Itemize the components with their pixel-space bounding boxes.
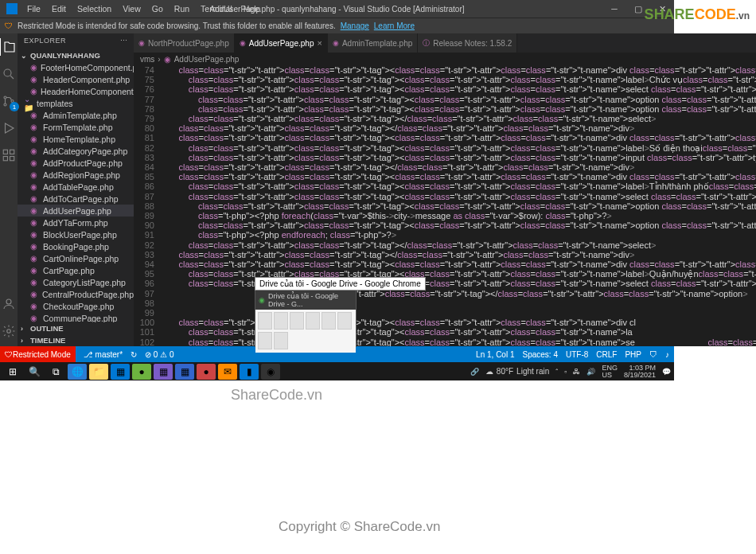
explorer-icon[interactable] [0,38,17,56]
file-item[interactable]: ◉FooterHomeComponent.php [18,61,134,73]
start-button[interactable]: ⊞ [3,364,22,380]
status-item[interactable]: Spaces: 4 [522,350,557,359]
tray-chevron-icon[interactable]: ˆ [555,368,558,376]
notification-icon[interactable]: 💬 [662,368,671,376]
close-tab-icon[interactable]: × [317,38,321,48]
file-name: templates [37,99,73,108]
outline-section[interactable]: › OUTLINE [18,322,134,334]
file-item[interactable]: ◉HeaderComponent.php [18,73,134,85]
svg-point-9 [6,299,11,304]
file-name: CartPage.php [43,266,95,275]
watermark-mid: ShareCode.vn [231,387,322,404]
file-item[interactable]: ◉BlockUserPage.php [18,228,134,240]
file-item[interactable]: ◉CommunePage.php [18,312,134,322]
app-icon[interactable]: ● [197,364,216,380]
file-item[interactable]: ◉AdminTemplate.php [18,109,134,121]
restricted-mode-badge[interactable]: 🛡 Restricted Mode [0,346,76,362]
source-control-icon[interactable]: 1 [0,92,18,110]
file-item[interactable]: ◉CentralProductPage.php [18,288,134,300]
editor-tab[interactable]: ⓘRelease Notes: 1.58.2 [418,33,517,53]
sync-button[interactable]: ↻ [131,350,137,359]
edge-icon[interactable]: 🌐 [68,364,87,380]
file-item[interactable]: ◉AddRegionPage.php [18,169,134,181]
volume-icon[interactable]: 🔊 [586,368,595,376]
file-item[interactable]: ◉CategoryListPage.php [18,276,134,288]
editor-tab[interactable]: ◉AddUserPage.php× [235,33,328,53]
app-icon[interactable]: ▦ [175,364,194,380]
file-item[interactable]: ◉AddYTaForm.php [18,217,134,228]
folder-item[interactable]: ⌄ 📁templates [18,97,134,109]
menu-run[interactable]: Run [170,2,194,15]
menu-selection[interactable]: Selection [72,2,116,15]
task-view-button[interactable]: ⧉ [46,364,65,380]
explorer-icon[interactable]: 📁 [89,364,108,380]
project-section[interactable]: ⌄ QUANLYNHAHANG [18,49,134,61]
status-item[interactable]: ♪ [665,350,669,359]
run-debug-icon[interactable] [0,119,18,137]
settings-icon[interactable] [0,322,18,340]
menu-view[interactable]: View [118,2,146,15]
minimize-button[interactable]: ─ [602,0,626,18]
project-name: QUANLYNHAHANG [30,51,100,60]
file-item[interactable]: ◉AddUserPage.php [18,205,134,217]
breadcrumb-item[interactable]: AddUserPage.php [174,55,240,64]
account-icon[interactable] [0,295,18,313]
app-icon[interactable]: ✉ [218,364,237,380]
editor-tab[interactable]: ◉AdminTemplate.php [328,33,418,53]
code-editor-main[interactable]: 74 75 76 77 78 79 80 81 82 83 84 85 86 8… [134,65,756,346]
language-indicator[interactable]: ENGUS [602,365,618,379]
timeline-section[interactable]: › TIMELINE [18,334,134,346]
file-item[interactable]: ◉AddCategoryPage.php [18,145,134,157]
app-icon[interactable]: ● [132,364,151,380]
clock[interactable]: 1:03 PM8/19/2021 [624,365,656,379]
status-item[interactable]: PHP [625,350,641,359]
file-item[interactable]: ◉CartPage.php [18,264,134,276]
editor-tab[interactable]: ◉NorthProductPage.php [134,33,235,53]
manage-link[interactable]: Manage [341,21,369,30]
php-file-icon: ◉ [30,170,40,179]
file-item[interactable]: ◉AddToCartPage.php [18,193,134,205]
php-file-icon: ◉ [30,63,37,72]
editor-group-main: ◉NorthProductPage.php◉AddUserPage.php×◉A… [134,33,756,346]
status-item[interactable]: Ln 1, Col 1 [476,350,514,359]
link-icon[interactable]: 🔗 [470,368,479,376]
search-icon[interactable] [0,65,18,83]
menu-file[interactable]: File [22,2,45,15]
php-file-icon: ◉ [30,230,40,239]
chrome-taskbar-icon[interactable]: ◉ [261,364,280,380]
file-item[interactable]: ◉BookingPage.php [18,240,134,252]
php-file-icon: ◉ [30,314,40,322]
extensions-icon[interactable] [0,146,18,164]
problems-indicator[interactable]: ⊘ 0 ⚠ 0 [145,350,173,359]
file-item[interactable]: ◉HeaderHomeComponent.php [18,85,134,97]
php-file-icon: ◉ [30,266,40,275]
file-name: CheckoutPage.php [43,302,114,311]
code-content[interactable]: class=class="t-str">"t-attr">class=class… [159,65,756,346]
app-icon[interactable]: ▦ [154,364,173,380]
branch-indicator[interactable]: ⎇ master* [84,350,123,359]
tray-icon[interactable]: ▫ [564,368,567,376]
file-item[interactable]: ◉AddTablePage.php [18,181,134,193]
file-item[interactable]: ◉CheckoutPage.php [18,300,134,312]
app-icon[interactable]: ▦ [111,364,130,380]
menu-edit[interactable]: Edit [47,2,71,15]
php-file-icon: ◉ [30,206,40,215]
file-item[interactable]: ◉AddProductPage.php [18,157,134,169]
php-file-icon: ◉ [30,182,40,191]
breadcrumb-main[interactable]: vms › ◉ AddUserPage.php [134,53,756,65]
network-icon[interactable]: 🖧 [573,368,580,376]
breadcrumb-item[interactable]: vms [140,55,154,64]
learn-more-link[interactable]: Learn More [374,21,415,30]
file-item[interactable]: ◉FormTemplate.php [18,121,134,133]
file-item[interactable]: ◉CartOnlinePage.php [18,252,134,264]
search-button[interactable]: 🔍 [25,364,44,380]
weather-widget[interactable]: ☁ 80°F Light rain [485,367,549,376]
status-item[interactable]: ⛉ [649,350,657,359]
file-item[interactable]: ◉HomeTemplate.php [18,133,134,145]
taskbar-thumbnail[interactable]: ◉ Drive của tôi - Google Drive - G... [255,290,357,347]
menu-go[interactable]: Go [147,2,168,15]
sidebar-more-icon[interactable]: ⋯ [120,37,128,46]
status-item[interactable]: CRLF [596,350,617,359]
status-item[interactable]: UTF-8 [566,350,588,359]
vscode-taskbar-icon[interactable]: ▮ [240,364,259,380]
